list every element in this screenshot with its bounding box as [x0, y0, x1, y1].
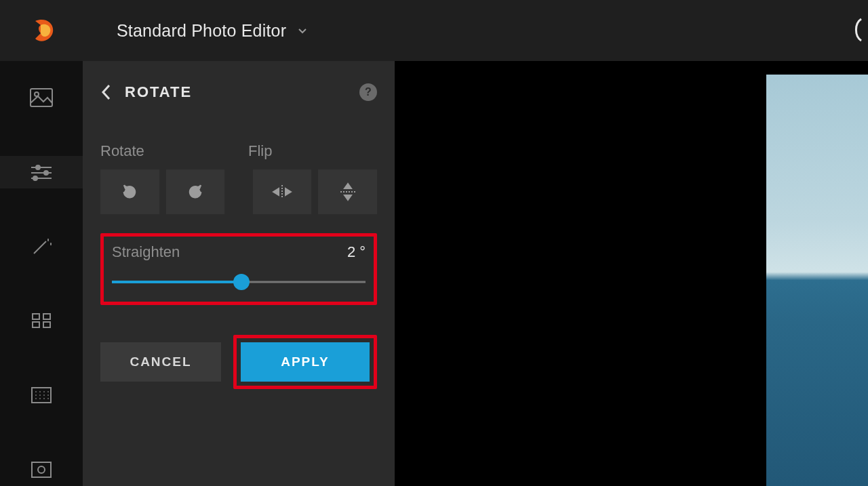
slider-fill — [112, 281, 241, 283]
svg-point-16 — [44, 392, 45, 392]
chevron-down-icon — [297, 25, 308, 36]
rotate-cw-icon — [184, 181, 206, 203]
edit-panel: ROTATE ? Rotate Flip — [83, 61, 395, 486]
texture-icon — [30, 385, 53, 405]
app-title: Standard Photo Editor — [117, 21, 286, 41]
grid-icon — [30, 310, 53, 331]
svg-point-5 — [44, 171, 48, 175]
svg-marker-29 — [273, 188, 279, 195]
flip-vertical-button[interactable] — [318, 169, 377, 214]
svg-point-3 — [36, 165, 40, 169]
rail-adjust-tool[interactable] — [0, 156, 83, 188]
svg-point-22 — [36, 399, 37, 399]
flip-vertical-icon — [336, 182, 359, 202]
rail-texture-tool[interactable] — [0, 379, 83, 411]
app-logo — [31, 18, 56, 43]
svg-rect-10 — [43, 314, 50, 319]
svg-point-24 — [44, 399, 45, 399]
app-title-dropdown[interactable]: Standard Photo Editor — [117, 21, 308, 41]
straighten-label: Straighten — [112, 243, 180, 261]
straighten-value: 2 — [347, 243, 355, 261]
svg-marker-33 — [344, 195, 351, 200]
svg-point-19 — [40, 395, 41, 396]
slider-thumb[interactable] — [233, 274, 250, 290]
svg-point-25 — [48, 399, 49, 399]
svg-point-20 — [44, 395, 45, 396]
straighten-highlight: Straighten 2 ° — [100, 233, 377, 305]
rotate-ccw-icon — [119, 181, 140, 203]
svg-rect-12 — [43, 322, 50, 327]
cancel-button[interactable]: CANCEL — [100, 342, 221, 382]
svg-point-17 — [48, 392, 49, 392]
frame-icon — [30, 460, 53, 480]
svg-marker-30 — [285, 188, 291, 195]
rotate-left-button[interactable] — [100, 169, 159, 214]
svg-rect-0 — [31, 89, 52, 106]
flip-horizontal-icon — [271, 182, 294, 201]
back-icon[interactable] — [100, 83, 113, 101]
svg-point-15 — [40, 392, 41, 392]
svg-point-7 — [33, 176, 37, 180]
apply-highlight: APPLY — [233, 335, 377, 389]
svg-point-23 — [40, 399, 41, 399]
wand-icon — [30, 237, 53, 257]
panel-title: ROTATE — [125, 83, 192, 101]
svg-point-21 — [48, 395, 49, 396]
svg-point-27 — [38, 466, 45, 473]
svg-point-18 — [36, 395, 37, 396]
top-right-control[interactable] — [852, 16, 868, 46]
svg-line-8 — [34, 241, 46, 254]
flip-horizontal-button[interactable] — [253, 169, 312, 214]
apply-button[interactable]: APPLY — [241, 342, 370, 382]
photo-preview — [766, 75, 868, 486]
top-bar: Standard Photo Editor — [0, 0, 868, 61]
help-icon[interactable]: ? — [359, 83, 377, 101]
rotate-section-label: Rotate — [100, 142, 248, 160]
svg-point-14 — [36, 392, 37, 392]
image-icon — [30, 87, 53, 108]
straighten-unit: ° — [359, 243, 366, 261]
sliders-icon — [30, 162, 53, 182]
flip-section-label: Flip — [248, 142, 272, 160]
rail-magic-tool[interactable] — [0, 230, 83, 263]
rail-frame-tool[interactable] — [0, 453, 83, 486]
svg-marker-32 — [344, 184, 351, 188]
svg-rect-11 — [33, 322, 39, 327]
rail-grid-tool[interactable] — [0, 304, 83, 337]
svg-rect-26 — [32, 462, 51, 477]
straighten-slider[interactable] — [112, 275, 366, 289]
tool-rail — [0, 61, 83, 486]
rail-image-tool[interactable] — [0, 81, 83, 114]
canvas-area[interactable] — [395, 61, 868, 486]
svg-rect-9 — [33, 314, 39, 319]
rotate-right-button[interactable] — [166, 169, 225, 214]
